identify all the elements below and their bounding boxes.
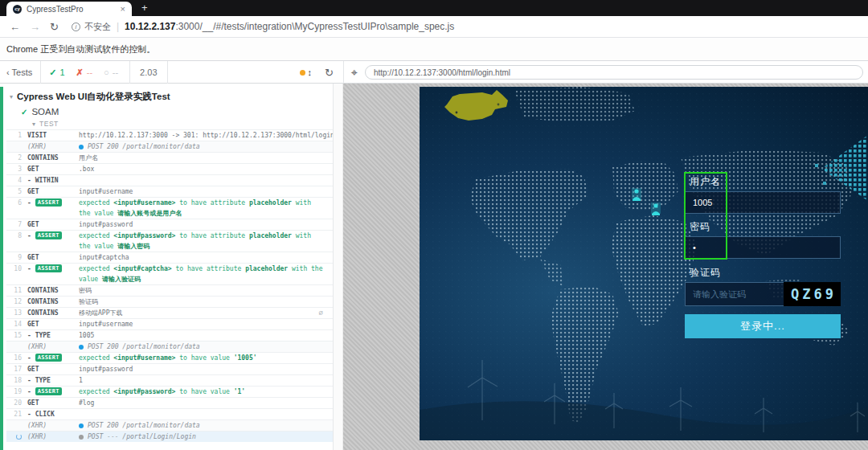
cross-icon: ✗ [76,68,84,78]
rerun-icon[interactable]: ↻ [325,67,334,79]
command-row[interactable]: 20GET#log [6,397,333,408]
test-section-header[interactable]: ▾ TEST [6,118,333,129]
info-icon[interactable]: i [72,22,80,31]
command-method: CONTAINS [27,285,79,296]
command-row[interactable]: 13CONTAINS移动端APP下载∅ [6,307,333,318]
command-number: 18 [6,375,27,386]
url-host: 10.12.2.137 [125,21,175,32]
command-row[interactable]: 2CONTAINS用户名 [6,152,333,163]
assert-badge: ASSERT [35,231,62,239]
command-method: - ASSERT [27,198,79,208]
url-path: :3000/__/#/tests/integration\MyCypressTe… [175,21,454,32]
failed-stat: ✗ -- [76,68,93,78]
command-row[interactable]: 8- ASSERTexpected <input#password> to ha… [6,230,333,252]
command-method: CONTAINS [27,297,79,307]
xhr-status-dot-icon [79,423,84,428]
command-row[interactable]: 16- ASSERTexpected <input#username> to h… [6,352,333,363]
reporter-scrollbar[interactable] [334,84,343,450]
assert-badge: ASSERT [35,354,62,362]
command-row[interactable]: 18- TYPE1 [6,374,333,386]
command-message: expected <input#captcha> to have attribu… [79,264,333,284]
selector-playground-icon[interactable]: ⌖ [351,66,358,80]
cypress-favicon-icon: cy [13,5,22,14]
command-number: 16 [6,353,27,363]
back-to-tests-button[interactable]: ‹ Tests [6,68,32,77]
forward-icon[interactable]: → [30,21,40,33]
login-button[interactable]: 登录中... [685,314,841,338]
command-method: - ASSERT [27,353,79,363]
command-number: 5 [6,186,27,197]
command-log: 1VISIThttp://10.12.2.137:3000 -> 301: ht… [6,129,333,442]
assert-badge: ASSERT [35,198,62,207]
command-row[interactable]: 6- ASSERTexpected <input#username> to ha… [6,197,333,219]
aut-url-input[interactable]: http://10.12.2.137:3000/html/login.html [365,65,863,80]
aut-stage: 用户名 1005 密码 • 验证码 请输入验证码 QZ69 登录中... [343,84,868,450]
command-method: GET [27,252,79,263]
command-message: .box [79,164,333,174]
address-bar[interactable]: i 不安全 | 10.12.2.137 :3000/__/#/tests/int… [72,21,454,33]
command-row[interactable]: 12CONTAINS验证码 [6,296,333,307]
command-number: 3 [6,164,27,174]
command-row[interactable]: 15- TYPE1005 [6,329,333,341]
command-row[interactable]: 14GETinput#username [6,318,333,329]
automation-infobar: Chrome 正受到自动测试软件的控制。 [0,38,868,61]
runner-header-left: ‹ Tests ✓ 1 ✗ -- ○ -- 2.03 ↕ ↻ [0,61,343,84]
command-method: CONTAINS [27,308,79,318]
command-message: 用户名 [79,153,333,163]
command-row[interactable]: 19- ASSERTexpected <input#password> to h… [6,386,333,397]
scroll-toggle-icon[interactable]: ↕ [308,68,313,77]
xhr-status-dot-icon [79,435,84,440]
command-row[interactable]: 11CONTAINS密码 [6,284,333,296]
command-method: CONTAINS [27,153,79,163]
command-row[interactable]: 9GETinput#captcha [6,252,333,263]
command-number: 4 [6,175,27,186]
command-number: 11 [6,285,27,296]
command-method: - ASSERT [27,264,79,274]
divider [40,61,41,84]
captcha-image[interactable]: QZ69 [784,282,841,306]
suite-title-row[interactable]: ▾ Cypress Web UI自动化登录实践Test [6,88,333,105]
xhr-log-row[interactable]: (XHR)POST 200 /portal/monitor/data [6,141,333,152]
command-row[interactable]: 1VISIThttp://10.12.2.137:3000 -> 301: ht… [6,129,333,141]
section-label: TEST [39,120,59,128]
xhr-log-row[interactable]: (XHR)POST 200 /portal/monitor/data [6,341,333,352]
world-map-background [420,87,868,440]
browser-tab[interactable]: cy CypressTestPro × [6,2,132,16]
back-icon[interactable]: ← [10,21,20,33]
command-row[interactable]: 4- WITHIN [6,174,333,186]
passed-stat: ✓ 1 [49,68,64,78]
tab-close-icon[interactable]: × [121,4,125,14]
xhr-log-row[interactable]: (XHR)POST --- /portal/Login/Login [6,431,333,442]
command-message: expected <input#username> to have attrib… [79,198,333,219]
test-row[interactable]: ✓ SOAM [6,105,333,118]
command-row[interactable]: 17GETinput#password [6,363,333,374]
command-message: 1 [79,375,333,386]
command-row[interactable]: 21- CLICK [6,408,333,419]
new-tab-button[interactable]: + [141,2,148,14]
command-row[interactable]: 7GETinput#password [6,219,333,230]
tab-strip: cy CypressTestPro × + [0,0,868,16]
caret-down-icon[interactable]: ▾ [10,93,13,100]
command-message: input#captcha [79,252,333,263]
eye-slash-icon: ∅ [319,308,333,318]
command-row[interactable]: 3GET.box [6,163,333,174]
tab-title: CypressTestPro [27,5,117,14]
runner-header: ‹ Tests ✓ 1 ✗ -- ○ -- 2.03 ↕ ↻ ⌖ [0,61,868,84]
reload-icon[interactable]: ↻ [50,21,59,33]
xhr-log-row[interactable]: (XHR)POST 200 /portal/monitor/data [6,419,333,431]
command-message: expected <input#password> to have attrib… [79,231,333,252]
command-row[interactable]: 10- ASSERTexpected <input#captcha> to ha… [6,263,333,284]
command-method: (XHR) [27,420,79,431]
command-row[interactable]: 5GETinput#username [6,186,333,197]
runner-content: ▾ Cypress Web UI自动化登录实践Test ✓ SOAM ▾ TES… [0,84,868,450]
command-number: 6 [6,198,27,208]
url-separator: | [117,21,119,32]
cypress-highlight-box [684,172,727,260]
infobar-text: Chrome 正受到自动测试软件的控制。 [6,43,155,55]
duration-label: 2.03 [129,61,167,84]
test-name: SOAM [31,107,59,117]
command-method: - CLICK [27,409,79,419]
command-number: 13 [6,308,27,318]
command-method: GET [27,219,79,230]
circle-icon: ○ [104,68,109,77]
